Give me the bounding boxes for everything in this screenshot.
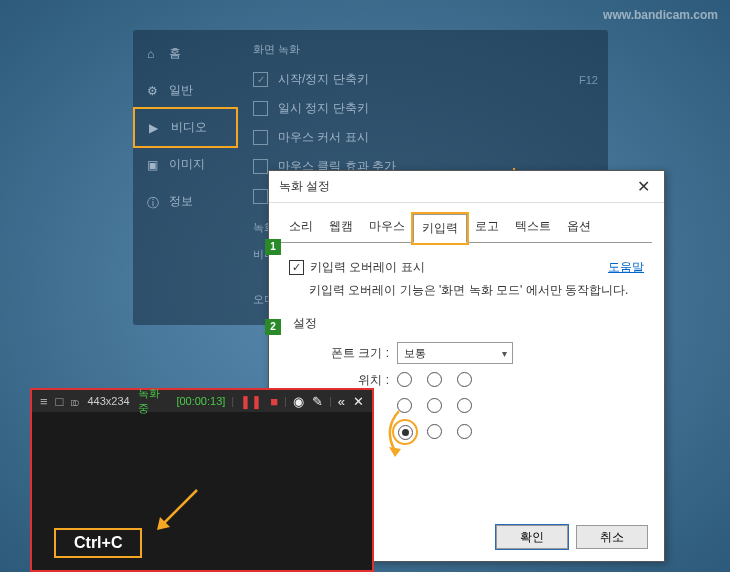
chevron-icon[interactable]: «	[334, 394, 349, 409]
position-radio-4[interactable]	[427, 398, 442, 413]
tab-text[interactable]: 텍스트	[507, 213, 559, 242]
image-icon: ▣	[147, 158, 161, 172]
sidebar-item-image[interactable]: ▣ 이미지	[133, 146, 238, 183]
font-size-select[interactable]: 보통	[397, 342, 513, 364]
pencil-icon[interactable]: ✎	[308, 394, 327, 409]
separator: |	[229, 395, 236, 407]
stop-square-icon[interactable]: □	[52, 394, 68, 409]
arrow-to-keystroke-icon	[152, 485, 202, 535]
recording-time: [00:00:13]	[172, 395, 229, 407]
help-link[interactable]: 도움말	[608, 259, 644, 276]
sidebar-item-label: 일반	[169, 82, 193, 99]
sidebar-item-general[interactable]: ⚙ 일반	[133, 72, 238, 109]
keystroke-overlay-checkbox[interactable]: ✓	[289, 260, 304, 275]
ok-button[interactable]: 확인	[496, 525, 568, 549]
sidebar-item-label: 정보	[169, 193, 193, 210]
stop-icon[interactable]: ■	[266, 394, 282, 409]
keystroke-overlay: Ctrl+C	[54, 528, 142, 558]
sidebar-item-info[interactable]: ⓘ 정보	[133, 183, 238, 220]
recording-status: 녹화 중	[134, 386, 173, 416]
position-radio-0[interactable]	[397, 372, 412, 387]
sidebar-item-video[interactable]: ▶ 비디오	[133, 107, 238, 148]
sidebar-item-label: 이미지	[169, 156, 205, 173]
option-label: 마우스 커서 표시	[278, 129, 369, 146]
font-size-label: 폰트 크기 :	[329, 345, 389, 362]
dimensions-text: 443x234	[83, 395, 133, 407]
position-radio-5[interactable]	[457, 398, 472, 413]
close-icon[interactable]: ✕	[633, 177, 654, 196]
settings-section-label: 설정	[293, 315, 644, 332]
tab-options[interactable]: 옵션	[559, 213, 599, 242]
keystroke-overlay-row: ✓ 키입력 오버레이 표시 도움말	[289, 259, 644, 276]
pause-icon[interactable]: ❚❚	[236, 394, 266, 409]
dialog-tabs: 소리 웹캠 마우스 키입력 로고 텍스트 옵션	[269, 203, 664, 242]
position-radio-8[interactable]	[457, 424, 472, 439]
position-radio-2[interactable]	[457, 372, 472, 387]
svg-marker-2	[389, 447, 401, 457]
watermark-text: www.bandicam.com	[603, 8, 718, 22]
keystroke-note: 키입력 오버레이 기능은 '화면 녹화 모드' 에서만 동작합니다.	[309, 282, 644, 299]
tab-sound[interactable]: 소리	[281, 213, 321, 242]
callout-one: 1	[265, 239, 281, 255]
option-start-stop-hotkey[interactable]: ✓ 시작/정지 단축키 F12	[243, 65, 608, 94]
checkbox-icon[interactable]	[253, 189, 268, 204]
option-pause-hotkey[interactable]: 일시 정지 단축키	[243, 94, 608, 123]
dialog-header: 녹화 설정 ✕	[269, 171, 664, 203]
separator: |	[282, 395, 289, 407]
close-icon[interactable]: ✕	[349, 394, 368, 409]
sidebar-item-label: 비디오	[171, 119, 207, 136]
option-label: 일시 정지 단축키	[278, 100, 369, 117]
separator: |	[327, 395, 334, 407]
position-radio-1[interactable]	[427, 372, 442, 387]
camera-icon[interactable]: ◉	[289, 394, 308, 409]
curved-arrow-icon	[381, 409, 411, 459]
option-mouse-cursor[interactable]: 마우스 커서 표시	[243, 123, 608, 152]
crop-icon[interactable]: ⎄	[67, 394, 83, 409]
position-field: 위치 :	[329, 372, 644, 448]
tab-keystroke[interactable]: 키입력	[413, 214, 467, 243]
recording-toolbar: ≡ □ ⎄ 443x234 녹화 중 [00:00:13] | ❚❚ ■ | ◉…	[32, 390, 372, 412]
video-icon: ▶	[149, 121, 163, 135]
dialog-footer: 확인 취소	[496, 525, 648, 549]
tab-mouse[interactable]: 마우스	[361, 213, 413, 242]
recording-overlay-preview: ≡ □ ⎄ 443x234 녹화 중 [00:00:13] | ❚❚ ■ | ◉…	[30, 388, 374, 572]
position-radio-7[interactable]	[427, 424, 442, 439]
info-icon: ⓘ	[147, 195, 161, 209]
checkbox-icon[interactable]	[253, 159, 268, 174]
sidebar-item-label: 홈	[169, 45, 181, 62]
cancel-button[interactable]: 취소	[576, 525, 648, 549]
tab-logo[interactable]: 로고	[467, 213, 507, 242]
sidebar-item-home[interactable]: ⌂ 홈	[133, 35, 238, 72]
hotkey-value: F12	[579, 74, 598, 86]
menu-icon[interactable]: ≡	[36, 394, 52, 409]
option-label: 시작/정지 단축키	[278, 71, 369, 88]
callout-two: 2	[265, 319, 281, 335]
checkbox-icon[interactable]: ✓	[253, 72, 268, 87]
dialog-title: 녹화 설정	[279, 178, 330, 195]
position-label: 위치 :	[329, 372, 389, 389]
keystroke-overlay-label: 키입력 오버레이 표시	[310, 259, 425, 276]
home-icon: ⌂	[147, 47, 161, 61]
checkbox-icon[interactable]	[253, 130, 268, 145]
sidebar: ⌂ 홈 ⚙ 일반 ▶ 비디오 ▣ 이미지 ⓘ 정보	[133, 30, 238, 330]
font-size-field: 폰트 크기 : 보통	[329, 342, 644, 364]
gear-icon: ⚙	[147, 84, 161, 98]
tab-webcam[interactable]: 웹캠	[321, 213, 361, 242]
checkbox-icon[interactable]	[253, 101, 268, 116]
section-title-capture: 화면 녹화	[253, 42, 608, 57]
svg-line-3	[162, 490, 197, 525]
